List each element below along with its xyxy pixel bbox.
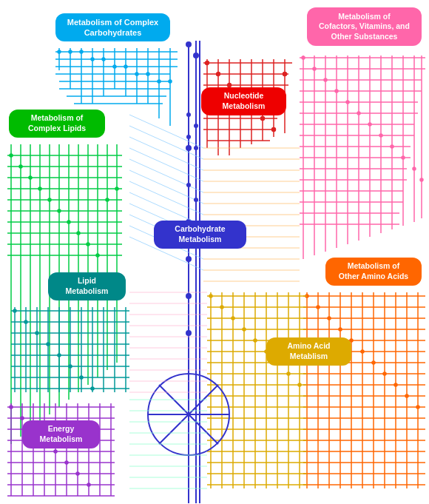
svg-point-53 [19,165,22,168]
svg-point-225 [243,328,246,331]
svg-point-311 [186,183,191,187]
svg-point-81 [217,73,220,76]
svg-point-251 [21,417,24,420]
complex-lipids-label: Metabolism of Complex Lipids [9,110,105,138]
complex-carbohydrates-label: Metabolism of Complex Carbohydrates [55,13,170,41]
svg-point-82 [228,84,232,87]
svg-point-254 [54,450,57,453]
svg-point-308 [194,124,198,128]
svg-point-150 [47,343,50,346]
svg-line-279 [129,181,203,215]
svg-point-125 [402,156,405,159]
svg-point-62 [106,198,109,201]
metabolic-map: Metabolism of Complex Carbohydrates Meta… [0,0,429,504]
svg-point-22 [91,58,94,61]
svg-point-310 [194,146,198,150]
svg-point-229 [287,372,290,375]
svg-line-275 [129,137,203,170]
svg-point-149 [36,332,38,335]
energy-metabolism-label: Energy Metabolism [22,420,100,448]
svg-point-55 [38,187,41,190]
svg-point-255 [65,461,68,464]
svg-point-187 [339,328,342,331]
svg-point-56 [48,198,51,201]
svg-point-230 [298,383,301,386]
svg-point-268 [186,146,191,150]
svg-point-148 [24,320,27,323]
svg-point-185 [317,306,320,309]
svg-point-52 [10,154,13,157]
svg-point-27 [146,73,149,75]
svg-point-189 [361,350,364,353]
svg-point-121 [357,112,360,115]
svg-point-20 [69,50,72,53]
svg-point-256 [76,472,79,475]
svg-line-273 [129,115,203,148]
svg-point-59 [77,232,80,235]
svg-point-192 [394,383,397,386]
svg-point-270 [186,257,191,261]
svg-point-186 [328,317,331,320]
svg-point-223 [220,306,223,309]
svg-line-277 [129,159,203,192]
nucleotide-metabolism-label: Nucleotide Metabolism [201,87,286,115]
cofactors-vitamins-label: Metabolism of Cofactors, Vitamins, and O… [307,7,422,46]
svg-line-278 [129,170,203,204]
svg-point-29 [169,80,172,83]
svg-point-190 [372,361,375,364]
svg-point-87 [283,73,287,76]
svg-point-224 [232,317,234,320]
svg-point-122 [368,123,371,126]
svg-point-250 [10,406,13,409]
svg-point-147 [13,309,16,312]
svg-point-25 [124,65,127,68]
svg-point-119 [335,90,338,93]
svg-point-80 [206,61,209,65]
svg-point-307 [186,112,191,117]
svg-point-21 [80,50,83,53]
svg-point-124 [391,145,393,148]
svg-point-63 [115,187,118,190]
carbohydrate-metabolism-label: Carbohydrate Metabolism [154,221,246,249]
svg-point-61 [96,254,99,257]
svg-point-257 [87,483,90,486]
svg-point-28 [158,80,161,83]
svg-point-194 [416,406,419,409]
svg-point-266 [186,42,191,47]
svg-point-19 [58,50,61,53]
svg-point-193 [405,394,408,397]
svg-point-57 [58,209,61,212]
svg-point-23 [102,58,105,61]
svg-point-86 [272,128,276,132]
svg-point-120 [346,101,349,104]
svg-point-226 [254,339,257,342]
svg-point-126 [413,167,416,170]
svg-point-117 [313,67,316,70]
svg-point-127 [420,178,423,181]
svg-point-60 [87,243,89,246]
svg-point-26 [135,73,138,75]
svg-point-118 [324,78,327,81]
other-amino-acids-label: Metabolism of Other Amino Acids [325,258,422,286]
svg-point-58 [67,221,70,224]
svg-line-274 [129,126,203,159]
svg-point-271 [186,294,191,298]
lipid-metabolism-label: Lipid Metabolism [48,272,126,300]
svg-point-152 [69,365,72,368]
svg-point-85 [261,117,265,121]
svg-point-123 [379,134,382,137]
svg-point-154 [91,387,94,390]
svg-point-272 [186,331,191,335]
amino-acid-metabolism-label: Amino Acid Metablism [266,337,351,366]
svg-point-54 [29,176,32,179]
svg-point-312 [194,198,198,202]
svg-point-191 [383,372,386,375]
svg-point-153 [80,376,83,379]
svg-line-276 [129,148,203,181]
svg-point-24 [113,65,116,68]
svg-point-222 [209,295,212,298]
svg-point-267 [194,53,198,58]
svg-point-116 [302,56,305,59]
svg-point-151 [58,354,61,357]
svg-point-309 [186,135,191,139]
